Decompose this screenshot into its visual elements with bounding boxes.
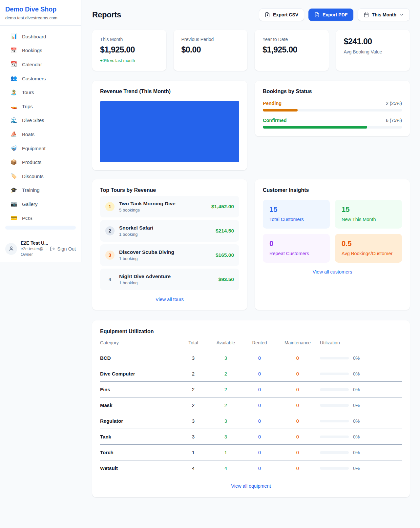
dashboard-icon: 📊: [10, 34, 17, 39]
cell-category: Fins: [100, 387, 179, 392]
revenue-trend-title: Revenue Trend (This Month): [100, 89, 239, 94]
sidebar-item-reports-partial[interactable]: [5, 226, 76, 230]
sidebar-item-tours[interactable]: 🏝️ Tours: [3, 85, 78, 99]
tours-insights-row: Top Tours by Revenue 1 Two Tank Morning …: [92, 179, 410, 310]
stat-card-this-month: This Month $1,925.00 +0% vs last month: [92, 30, 166, 71]
stat-value: $1,925.00: [262, 45, 321, 54]
sidebar-item-label: POS: [22, 215, 32, 221]
sidebar-item-label: Products: [22, 159, 41, 165]
cell-utilization: 0%: [320, 355, 402, 361]
equipment-utilization-card: Equipment Utilization Category Total Ava…: [92, 320, 410, 497]
user-role: Owner: [21, 252, 46, 257]
cell-total: 2: [179, 387, 208, 392]
table-row: Regulator 3 3 0 0 0%: [100, 413, 402, 429]
tour-bookings: 1 booking: [119, 280, 171, 285]
export-csv-label: Export CSV: [273, 12, 298, 17]
period-label: This Month: [372, 12, 396, 17]
column-header-rented: Rented: [244, 340, 275, 345]
sidebar-item-trips[interactable]: 🚤 Trips: [3, 99, 78, 113]
view-all-tours-link[interactable]: View all tours: [100, 297, 239, 302]
utilization-bar-track: [320, 451, 349, 454]
utilization-bar-track: [320, 467, 349, 470]
export-csv-button[interactable]: Export CSV: [259, 9, 304, 21]
sidebar-item-dive-sites[interactable]: 🌊 Dive Sites: [3, 113, 78, 128]
equipment-utilization-title: Equipment Utilization: [100, 329, 402, 335]
insight-tile-new-this-month: 15 New This Month: [335, 200, 402, 229]
status-row-confirmed: Confirmed 6 (75%): [263, 118, 402, 129]
cell-available: 3: [208, 355, 244, 361]
sidebar-item-bookings[interactable]: 📅 Bookings: [3, 44, 78, 58]
tile-label: Total Customers: [269, 217, 323, 222]
calendar-icon: 📆: [10, 62, 17, 67]
stat-card-avg-booking-value: $241.00 Avg Booking Value: [336, 30, 410, 71]
tour-name: Two Tank Morning Dive: [119, 201, 176, 207]
sidebar-item-products[interactable]: 📦 Products: [3, 155, 78, 169]
chevron-down-icon: [399, 12, 404, 17]
stat-cards: This Month $1,925.00 +0% vs last month P…: [92, 30, 410, 71]
revenue-bar: [100, 101, 239, 162]
user-meta: E2E Test U... e2e-tester@... Owner: [21, 240, 46, 257]
sidebar-item-dashboard[interactable]: 📊 Dashboard: [3, 30, 78, 44]
stat-label: Avg Booking Value: [344, 49, 402, 54]
tour-list-item: 1 Two Tank Morning Dive 5 bookings $1,45…: [100, 196, 239, 217]
column-header-maintenance: Maintenance: [275, 340, 320, 345]
sidebar-item-discounts[interactable]: 🏷️ Discounts: [3, 169, 78, 183]
cell-utilization: 0%: [320, 387, 402, 392]
view-all-equipment-link[interactable]: View all equipment: [100, 483, 402, 489]
status-bar-track: [263, 126, 402, 129]
top-tours-card: Top Tours by Revenue 1 Two Tank Morning …: [92, 179, 247, 310]
cell-available: 3: [208, 418, 244, 424]
customer-insights-card: Customer Insights 15 Total Customers 15 …: [255, 179, 410, 310]
sidebar-item-pos[interactable]: 💳 POS: [3, 211, 78, 225]
customer-insights-title: Customer Insights: [263, 187, 402, 193]
status-label-pending: Pending: [263, 101, 282, 106]
gallery-icon: 📷: [10, 201, 17, 207]
sidebar-item-equipment[interactable]: 🤿 Equipment: [3, 141, 78, 155]
table-row: Fins 2 2 0 0 0%: [100, 382, 402, 397]
tour-amount: $93.50: [219, 276, 234, 282]
top-tours-title: Top Tours by Revenue: [100, 187, 239, 193]
utilization-bar-track: [320, 436, 349, 438]
cell-utilization: 0%: [320, 371, 402, 376]
export-pdf-button[interactable]: Export PDF: [308, 9, 353, 21]
user-email: e2e-tester@...: [21, 246, 46, 252]
tour-list-item: 3 Discover Scuba Diving 1 booking $165.0…: [100, 244, 239, 266]
sidebar-item-label: Customers: [22, 76, 46, 81]
cell-total: 3: [179, 418, 208, 424]
cell-utilization: 0%: [320, 450, 402, 455]
cell-utilization: 0%: [320, 418, 402, 424]
bookings-by-status-card: Bookings by Status Pending 2 (25%) Confi…: [255, 81, 410, 136]
tile-value: 0: [269, 239, 323, 248]
cell-category: Wetsuit: [100, 465, 179, 471]
cell-maintenance: 0: [275, 387, 320, 392]
table-row: Dive Computer 2 2 0 0 0%: [100, 366, 402, 382]
sidebar-item-calendar[interactable]: 📆 Calendar: [3, 57, 78, 71]
tour-amount: $1,452.00: [211, 204, 234, 210]
period-dropdown[interactable]: This Month: [358, 9, 410, 21]
sidebar-item-training[interactable]: 🎓 Training: [3, 183, 78, 197]
training-icon: 🎓: [10, 188, 17, 193]
sign-out-button[interactable]: Sign Out: [50, 246, 76, 252]
utilization-percent: 0%: [353, 418, 360, 424]
cell-total: 4: [179, 465, 208, 471]
tour-list-item: 2 Snorkel Safari 1 booking $214.50: [100, 220, 239, 242]
tile-value: 15: [342, 205, 395, 214]
cell-maintenance: 0: [275, 418, 320, 424]
sidebar-item-label: Training: [22, 187, 40, 193]
utilization-percent: 0%: [353, 371, 360, 376]
calendar-icon: [364, 12, 369, 17]
utilization-bar-track: [320, 373, 349, 375]
cell-available: 2: [208, 402, 244, 408]
sidebar-item-boats[interactable]: ⛵ Boats: [3, 127, 78, 141]
cell-category: BCD: [100, 355, 179, 361]
stat-label: This Month: [100, 37, 158, 42]
cell-rented: 0: [244, 418, 275, 424]
table-row: Tank 3 3 0 0 0%: [100, 429, 402, 445]
rank-badge: 2: [105, 226, 115, 235]
sidebar-item-customers[interactable]: 👥 Customers: [3, 71, 78, 86]
sidebar-item-gallery[interactable]: 📷 Gallery: [3, 197, 78, 211]
cell-rented: 0: [244, 434, 275, 439]
view-all-customers-link[interactable]: View all customers: [263, 269, 402, 274]
equipment-table: Category Total Available Rented Maintena…: [100, 340, 402, 476]
cell-total: 3: [179, 355, 208, 361]
